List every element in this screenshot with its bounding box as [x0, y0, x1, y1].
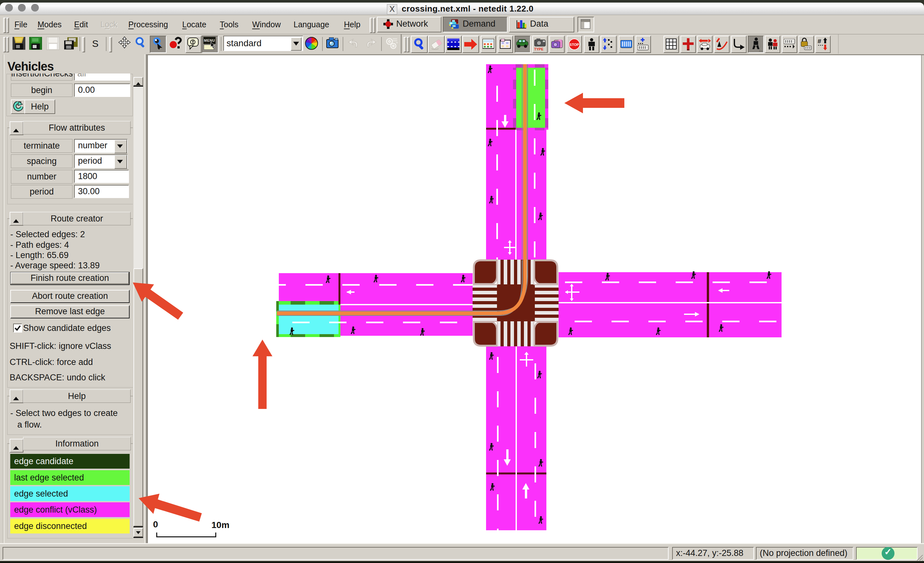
svg-text:STOP: STOP: [570, 43, 579, 47]
svg-text:#: #: [818, 38, 821, 45]
